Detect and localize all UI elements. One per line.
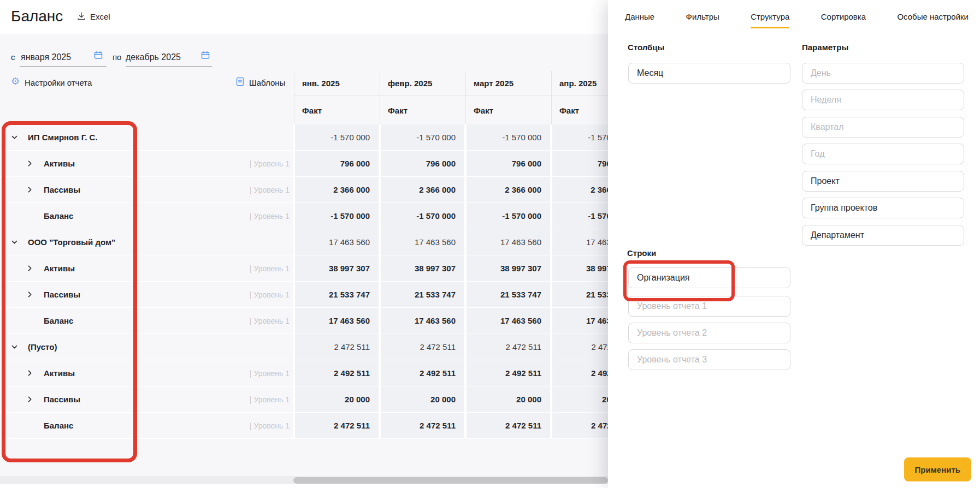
row-label[interactable]: Активы [44,264,75,273]
download-icon [76,11,86,21]
table-row: Баланс | Уровень 1 -1 570 000 -1 570 000… [0,203,636,229]
chevron-right-icon[interactable] [26,291,33,298]
export-excel-label: Excel [90,12,110,21]
chevron-down-icon[interactable] [11,343,18,350]
date-to-underline [126,66,212,67]
date-from-underline [20,66,107,67]
cell-value: 796 000 [294,151,379,176]
templates-button[interactable]: Шаблоны [249,78,285,87]
chevron-right-icon[interactable] [26,370,33,377]
cell-value: 17 463 560 [465,308,550,334]
row-name-cell: Активы | Уровень 1 [0,255,293,281]
row-label[interactable]: Активы [44,368,75,378]
row-label[interactable]: (Пусто) [28,342,57,352]
tab-osobye-nastroyki[interactable]: Особые настройки [897,12,969,28]
bottom-strip [0,484,608,488]
cell-value: 17 463 560 [294,229,379,255]
row-label[interactable]: ИП Смирнов Г. С. [28,133,98,142]
chevron-right-icon[interactable] [26,265,33,272]
row-level-label: | Уровень 1 [250,421,290,430]
row-name-cell: Активы | Уровень 1 [0,151,293,176]
measure-header-label: Факт [466,96,551,124]
chevron-right-icon[interactable] [26,186,33,193]
row-name-cell: Активы | Уровень 1 [0,360,293,386]
cell-value: 21 533 747 [465,282,550,307]
cell-value: 796 000 [380,151,464,176]
chevron-right-icon[interactable] [26,160,33,167]
tab-sortirovka[interactable]: Сортировка [821,12,866,28]
report-settings-button[interactable]: Настройки отчета [25,78,92,87]
table-row: Пассивы | Уровень 1 20 000 20 000 20 000… [0,386,636,412]
month-column-header: февр. 2025 Факт [380,71,465,124]
cell-value: 2 492 511 [465,360,550,386]
cell-value: 2 366 000 [294,177,379,203]
cell-value: 2 472 511 [380,334,464,360]
table-row: ИП Смирнов Г. С. -1 570 000 -1 570 000 -… [0,124,636,150]
row-label[interactable]: Пассивы [44,290,80,299]
params-field-week[interactable]: Неделя [802,90,964,110]
cell-value: 2 472 511 [294,334,379,360]
row-level-label: | Уровень 1 [250,159,290,168]
cell-value: 38 997 307 [465,255,550,281]
row-label: Баланс [44,316,73,325]
params-field-year[interactable]: Год [802,144,964,164]
rows-field-organization[interactable]: Организация [628,267,790,288]
cell-value: -1 570 000 [294,203,379,229]
rows-field-report-level-3[interactable]: Уровень отчета 3 [628,349,790,370]
params-field-project-group[interactable]: Группа проектов [802,198,964,218]
cell-value: 20 000 [380,386,464,412]
row-label: Баланс [44,211,73,221]
row-label[interactable]: Пассивы [44,395,80,404]
cell-value: 21 533 747 [294,282,379,307]
cell-value: 2 366 000 [465,177,550,203]
date-from-input[interactable]: января 2025 [21,52,71,62]
apply-button[interactable]: Применить [904,457,971,481]
cell-value: 2 472 511 [294,413,379,438]
params-field-department[interactable]: Департамент [802,225,964,246]
chevron-right-icon[interactable] [26,396,33,403]
cell-value: 21 533 747 [380,282,464,307]
rows-field-report-level-1[interactable]: Уровень отчета 1 [628,296,790,317]
row-level-label: | Уровень 1 [250,186,290,194]
settings-panel: Данные Фильтры Структура Сортировка Особ… [608,0,980,488]
export-excel-button[interactable]: Excel [76,11,110,21]
tab-dannye[interactable]: Данные [625,12,654,28]
cell-value: 38 997 307 [294,255,379,281]
row-label[interactable]: Пассивы [44,185,80,194]
cell-value: 17 463 560 [465,229,550,255]
row-name-cell: ООО "Торговый дом" [0,229,293,255]
params-section-title: Параметры [802,43,848,52]
params-field-quarter[interactable]: Квартал [802,117,964,138]
tab-filtry[interactable]: Фильтры [686,12,719,28]
cell-value: 17 463 560 [380,308,464,334]
calendar-icon[interactable] [201,51,210,59]
rows-field-report-level-2[interactable]: Уровень отчета 2 [628,323,790,343]
tab-struktura[interactable]: Структура [751,12,789,28]
row-label: Баланс [44,421,73,430]
row-label[interactable]: Активы [44,159,75,168]
cell-value: 2 492 511 [294,360,379,386]
month-header-label: февр. 2025 [380,71,465,96]
params-field-project[interactable]: Проект [802,171,964,192]
horizontal-scrollbar-thumb[interactable] [293,477,608,484]
cell-value: -1 570 000 [294,124,379,150]
table-row: (Пусто) 2 472 511 2 472 511 2 472 511 2 … [0,334,636,360]
page-title: Баланс [11,8,63,25]
chevron-down-icon[interactable] [11,134,18,141]
cell-value: 38 997 307 [380,255,464,281]
columns-field-month[interactable]: Месяц [628,63,790,84]
month-column-header: март 2025 Факт [465,71,551,124]
calendar-icon[interactable] [94,51,103,59]
cell-value: -1 570 000 [465,203,550,229]
cell-value: 2 366 000 [380,177,464,203]
row-label[interactable]: ООО "Торговый дом" [28,237,115,247]
date-to-input[interactable]: декабрь 2025 [126,52,181,62]
row-level-label: | Уровень 1 [250,395,290,404]
measure-header-label: Факт [294,96,380,124]
params-field-day[interactable]: День [802,63,964,84]
table-row: Пассивы | Уровень 1 2 366 000 2 366 000 … [0,177,636,203]
row-level-label: | Уровень 1 [250,264,290,273]
date-to-label: по [113,52,121,62]
cell-value: 796 000 [465,151,550,176]
chevron-down-icon[interactable] [11,239,18,246]
